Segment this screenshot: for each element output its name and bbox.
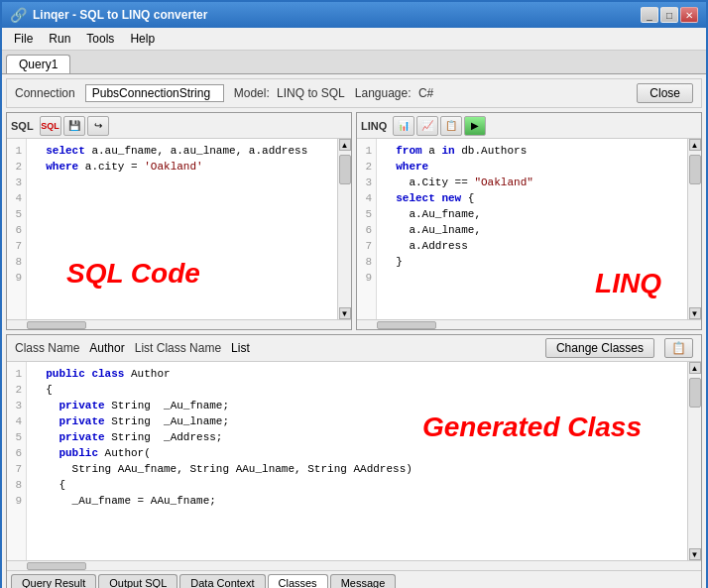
change-classes-button[interactable]: Change Classes [545,338,654,358]
sql-scrollbar-v[interactable]: ▲ ▼ [337,139,351,319]
tab-query1[interactable]: Query1 [6,55,70,73]
sv-thumb[interactable] [339,155,351,184]
maximize-button[interactable]: □ [660,7,678,23]
sql-panel: SQL SQL 💾 ↪ 12345 6789 select a.au_fname… [6,112,352,330]
copy-button[interactable]: 📋 [664,338,693,358]
menu-bar: File Run Tools Help [2,28,706,51]
sql-toolbar-btn2[interactable]: 💾 [63,116,85,136]
class-name-value: Author [89,341,124,355]
bottom-panel: Class Name Author List Class Name List C… [6,334,702,588]
editors-row: SQL SQL 💾 ↪ 12345 6789 select a.au_fname… [6,112,702,330]
model-label: Model: LINQ to SQL [234,86,345,100]
linq-line-8: } [383,254,681,270]
class-line-4: private String _Au_lname; [33,413,681,429]
list-class-label: List Class Name [135,341,221,355]
linq-sh-thumb[interactable] [377,321,436,329]
class-line-7: String AAu_fname, String AAu_lname, Stri… [33,461,681,477]
class-sh-thumb[interactable] [27,562,86,570]
sql-toolbar: SQL SQL 💾 ↪ [7,113,351,139]
linq-editor-body: 12345 6789 from a in db.Authors where a.… [357,139,701,319]
class-sv-up-icon[interactable]: ▲ [689,362,701,374]
linq-sv-down-icon[interactable]: ▼ [689,307,701,319]
class-line-3: private String _Au_fname; [33,398,681,413]
tab-message[interactable]: Message [330,574,397,588]
class-line-numbers: 12345 6789 [7,362,27,560]
linq-line-5: a.Au_fname, [383,206,681,222]
linq-line-1: from a in db.Authors [383,143,681,159]
window-title: Linqer - SQL to LINQ converter [33,8,207,22]
linq-panel: LINQ 📊 📈 📋 ▶ 12345 6789 from a in db.Aut… [356,112,702,330]
list-class-value: List [231,341,250,355]
tab-output-sql[interactable]: Output SQL [98,574,177,588]
close-window-button[interactable]: ✕ [680,7,698,23]
connection-value[interactable]: PubsConnectionString [85,84,224,102]
sql-line-2: where a.city = 'Oakland' [33,159,331,175]
tab-classes[interactable]: Classes [268,574,328,588]
class-line-5: private String _Address; [33,429,681,445]
tab-query-result[interactable]: Query Result [11,574,96,588]
class-bar: Class Name Author List Class Name List C… [7,335,701,362]
linq-toolbar-btn1[interactable]: 📊 [393,116,414,136]
linq-sv-thumb[interactable] [689,155,701,184]
linq-toolbar-btn2[interactable]: 📈 [416,116,438,136]
class-line-9: _Au_fname = AAu_fname; [33,493,681,509]
linq-toolbar-btn4[interactable]: ▶ [464,116,486,136]
sql-editor-body: 12345 6789 select a.au_fname, a.au_lname… [7,139,351,319]
linq-sv-up-icon[interactable]: ▲ [689,139,701,151]
sql-panel-label: SQL [11,120,34,132]
sql-scrollbar-h[interactable] [7,319,351,329]
connection-label: Connection [15,86,75,100]
class-line-8: { [33,477,681,493]
app-icon: 🔗 [10,7,27,23]
sql-toolbar-btn1[interactable]: SQL [40,116,61,136]
window-controls: _ □ ✕ [641,7,698,23]
class-sv-down-icon[interactable]: ▼ [689,548,701,560]
linq-scrollbar-h[interactable] [357,319,701,329]
linq-panel-label: LINQ [361,120,387,132]
linq-line-2: where [383,159,681,175]
query-tab-bar: Query1 [2,51,706,74]
linq-line-7: a.Address [383,238,681,254]
linq-line-4: select new { [383,190,681,206]
linq-line-numbers: 12345 6789 [357,139,377,319]
menu-file[interactable]: File [6,30,41,48]
class-scrollbar-h[interactable] [7,560,701,570]
sql-line-1: select a.au_fname, a.au_lname, a.address [33,143,331,159]
bottom-tabs: Query Result Output SQL Data Context Cla… [7,570,701,588]
sql-line-numbers: 12345 6789 [7,139,27,319]
class-line-1: public class Author [33,366,681,382]
close-button[interactable]: Close [637,83,693,103]
linq-line-6: a.Au_lname, [383,222,681,238]
sv-down-icon[interactable]: ▼ [339,307,351,319]
linq-line-3: a.City == "Oakland" [383,175,681,190]
menu-run[interactable]: Run [41,30,78,48]
sql-toolbar-btn3[interactable]: ↪ [87,116,109,136]
class-code-text[interactable]: public class Author { private String _Au… [27,362,687,560]
connection-bar: Connection PubsConnectionString Model: L… [6,78,702,108]
menu-help[interactable]: Help [122,30,163,48]
linq-code-area[interactable]: from a in db.Authors where a.City == "Oa… [377,139,687,319]
class-code-area: 12345 6789 public class Author { private… [7,362,701,560]
language-label: Language: C# [355,86,433,100]
linq-toolbar-btn3[interactable]: 📋 [440,116,462,136]
tab-data-context[interactable]: Data Context [179,574,265,588]
menu-tools[interactable]: Tools [78,30,122,48]
minimize-button[interactable]: _ [641,7,658,23]
class-name-label: Class Name [15,341,79,355]
class-sv-thumb[interactable] [689,378,701,408]
title-bar: 🔗 Linqer - SQL to LINQ converter _ □ ✕ [2,2,706,28]
class-line-6: public Author( [33,445,681,461]
sql-code-area[interactable]: select a.au_fname, a.au_lname, a.address… [27,139,337,319]
class-scrollbar-v[interactable]: ▲ ▼ [687,362,701,560]
main-content: Connection PubsConnectionString Model: L… [2,74,706,588]
class-line-2: { [33,382,681,398]
linq-toolbar: LINQ 📊 📈 📋 ▶ [357,113,701,139]
sv-up-icon[interactable]: ▲ [339,139,351,151]
sh-thumb[interactable] [27,321,86,329]
linq-scrollbar-v[interactable]: ▲ ▼ [687,139,701,319]
